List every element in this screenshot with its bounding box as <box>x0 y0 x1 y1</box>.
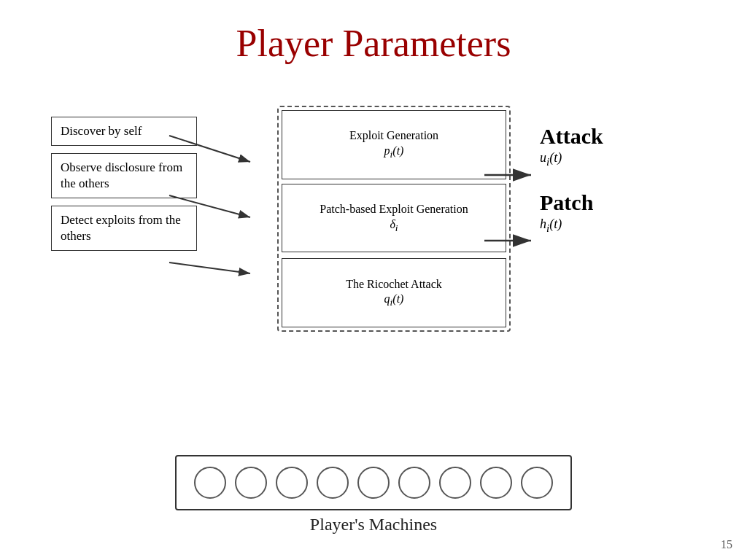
input-box-detect: Detect exploits from the others <box>51 206 197 251</box>
attack-output: Attack ui(t) <box>540 124 603 168</box>
slide-title: Player Parameters <box>0 0 747 72</box>
patch-exploit-gen-title: Patch-based Exploit Generation <box>320 202 468 217</box>
patch-output: Patch hi(t) <box>540 190 603 235</box>
patch-math: hi(t) <box>540 217 562 235</box>
machines-label: Player's Machines <box>310 515 437 534</box>
ricochet-cell: The Ricochet Attack qi(t) <box>282 258 506 327</box>
dashed-box: Exploit Generation pi(t) Patch-based Exp… <box>277 106 511 332</box>
machine-circle <box>317 467 349 499</box>
patch-exploit-gen-cell: Patch-based Exploit Generation δi <box>282 184 506 253</box>
machine-circle <box>194 467 226 499</box>
output-area: Attack ui(t) Patch hi(t) <box>540 124 603 234</box>
attack-label: Attack <box>540 124 603 149</box>
machines-box <box>175 455 572 510</box>
machine-circle <box>398 467 430 499</box>
machine-circle <box>235 467 267 499</box>
machine-circle <box>521 467 553 499</box>
page-number: 15 <box>721 538 732 551</box>
input-boxes: Discover by self Observe disclosure from… <box>51 117 197 251</box>
ricochet-title: The Ricochet Attack <box>346 277 442 292</box>
exploit-generation-cell: Exploit Generation pi(t) <box>282 110 506 179</box>
machine-circle <box>480 467 512 499</box>
ricochet-math: qi(t) <box>384 292 404 309</box>
diagram-area: Discover by self Observe disclosure from… <box>29 102 718 408</box>
machine-circle <box>276 467 308 499</box>
inner-cells: Exploit Generation pi(t) Patch-based Exp… <box>279 107 509 330</box>
attack-math: ui(t) <box>540 150 562 168</box>
input-box-discover: Discover by self <box>51 117 197 146</box>
machine-circle <box>357 467 390 499</box>
machine-circle <box>439 467 471 499</box>
input-box-observe: Observe disclosure from the others <box>51 153 197 198</box>
machines-section: Player's Machines <box>175 455 572 534</box>
exploit-gen-math: pi(t) <box>384 144 404 161</box>
exploit-gen-title: Exploit Generation <box>349 128 438 144</box>
patch-exploit-gen-math: δi <box>390 217 398 235</box>
patch-label: Patch <box>540 190 593 215</box>
